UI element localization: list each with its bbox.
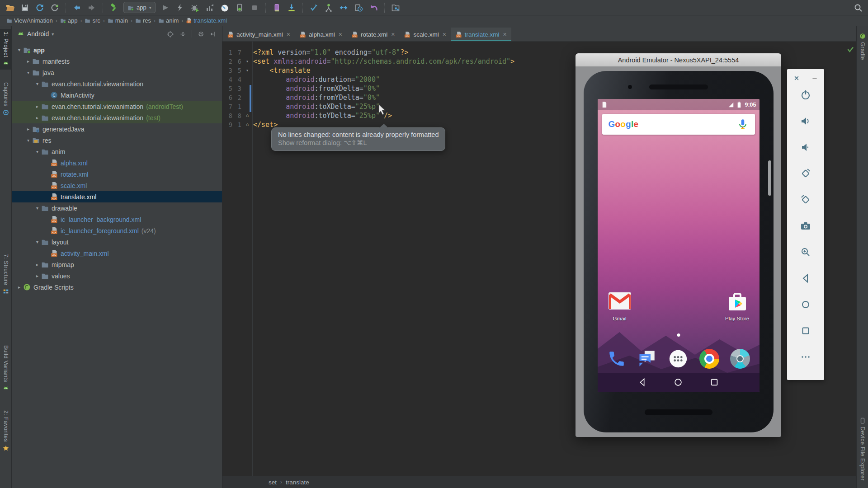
camera-app-icon[interactable] — [730, 348, 750, 369]
play-button[interactable] — [160, 2, 170, 13]
close-tab-icon[interactable]: × — [339, 31, 342, 38]
history-button[interactable] — [353, 2, 364, 13]
emulator-screenshot-button[interactable] — [799, 219, 812, 233]
tree-arrow-icon[interactable]: ▸ — [33, 262, 41, 267]
tree-arrow-icon[interactable]: ▾ — [33, 239, 41, 244]
rollback-button[interactable] — [368, 2, 379, 13]
tree-row[interactable]: ▾res — [12, 135, 222, 146]
tree-row[interactable]: ▾app — [12, 44, 222, 56]
tree-row[interactable]: <>ic_launcher_background.xml — [12, 214, 222, 225]
android-home-screen[interactable]: 9:05 Google GmailPlay Store — [598, 99, 760, 392]
tree-row[interactable]: <>alpha.xml — [12, 157, 222, 169]
emulator-home-button[interactable] — [799, 298, 812, 311]
tool-button-captures[interactable]: Captures — [0, 80, 12, 119]
emulator-volume-down-button[interactable] — [799, 141, 812, 154]
play-store-app-icon[interactable]: Play Store — [722, 291, 753, 321]
editor-tab-activity_main.xml[interactable]: <>activity_main.xml× — [222, 28, 295, 41]
emulator-rotate-left-button[interactable] — [799, 167, 812, 180]
run-device-button[interactable] — [234, 2, 245, 13]
breadcrumb-item[interactable]: app — [60, 17, 78, 24]
forward-button[interactable] — [86, 2, 97, 13]
breadcrumb-item[interactable]: ViewAnimation — [6, 17, 53, 24]
save-button[interactable] — [19, 2, 30, 13]
editor-breadcrumb-item[interactable]: translate — [286, 479, 309, 486]
editor-tab-rotate.xml[interactable]: <>rotate.xml× — [347, 28, 399, 41]
breadcrumb-item[interactable]: main — [108, 17, 128, 24]
tool-button-build-variants[interactable]: Build Variants — [0, 343, 12, 394]
tree-row[interactable]: ▾evan.chen.tutorial.viewanimation — [12, 78, 222, 89]
sync-button[interactable] — [49, 2, 60, 13]
editor-tab-scale.xml[interactable]: <>scale.xml× — [399, 28, 450, 41]
tree-row[interactable]: ▸generatedJava — [12, 123, 222, 135]
collapse-icon[interactable] — [179, 30, 187, 38]
vcs-update-button[interactable] — [308, 2, 319, 13]
stop-button[interactable] — [249, 2, 260, 13]
tree-row[interactable]: ▸evan.chen.tutorial.viewanimation(test) — [12, 112, 222, 123]
tree-row[interactable]: CMainActivity — [12, 89, 222, 101]
emulator-overview-button[interactable] — [799, 324, 812, 338]
back-button[interactable] — [71, 2, 82, 13]
tool-button-favorites[interactable]: 2: Favorites — [0, 408, 12, 454]
editor-tab-alpha.xml[interactable]: <>alpha.xml× — [295, 28, 347, 41]
emulator-zoom-in-button[interactable] — [799, 245, 812, 259]
tree-arrow-icon[interactable]: ▾ — [33, 149, 41, 154]
open-button[interactable] — [5, 2, 15, 13]
tree-arrow-icon[interactable]: ▾ — [33, 206, 41, 211]
project-view-selector[interactable]: Android — [27, 30, 49, 38]
fold-marker-icon[interactable]: ▾ — [241, 57, 253, 66]
gauge-button[interactable] — [219, 2, 230, 13]
hide-icon[interactable] — [210, 30, 217, 38]
emulator-volume-up-button[interactable] — [799, 114, 812, 128]
debug-button[interactable] — [189, 2, 200, 13]
microphone-icon[interactable] — [737, 118, 749, 130]
apps-app-icon[interactable] — [668, 348, 689, 369]
run-configuration-select[interactable]: app▾ — [123, 2, 156, 13]
refresh-button[interactable] — [34, 2, 45, 13]
emulator-back-button[interactable] — [799, 272, 812, 285]
breadcrumb-item[interactable]: anim — [158, 17, 179, 24]
tree-arrow-icon[interactable]: ▾ — [33, 81, 41, 86]
tree-row[interactable]: ▸manifests — [12, 56, 222, 67]
tree-row[interactable]: <>translate.xml — [12, 191, 222, 202]
fold-marker-icon[interactable]: ⌂ — [241, 120, 253, 129]
fold-marker-icon[interactable]: ▾ — [241, 66, 253, 75]
close-tab-icon[interactable]: × — [391, 31, 395, 38]
breadcrumb-item[interactable]: src — [85, 17, 100, 24]
tree-arrow-icon[interactable]: ▸ — [33, 115, 41, 120]
tree-row[interactable]: <>ic_launcher_foreground.xml(v24) — [12, 225, 222, 236]
tool-button-project[interactable]: 1: Project — [0, 29, 12, 70]
tree-row[interactable]: ▾anim — [12, 146, 222, 157]
tree-row[interactable]: <>scale.xml — [12, 180, 222, 191]
emulator-more-button[interactable] — [799, 350, 812, 364]
emulator-rotate-right-button[interactable] — [799, 193, 812, 206]
vcs-compress-button[interactable] — [338, 2, 349, 13]
scrollbar[interactable] — [768, 160, 771, 196]
tree-row[interactable]: ▾java — [12, 67, 222, 78]
locate-icon[interactable] — [166, 30, 174, 38]
tool-button-device-file-explorer[interactable]: Device File Explorer — [857, 414, 868, 483]
tree-row[interactable]: ▸mipmap — [12, 259, 222, 270]
tree-row[interactable]: ▾drawable — [12, 202, 222, 214]
tree-row[interactable]: ▸evan.chen.tutorial.viewanimation(androi… — [12, 101, 222, 112]
profile-button[interactable] — [204, 2, 215, 13]
breadcrumb-item[interactable]: res — [135, 17, 151, 24]
hammer-button[interactable] — [108, 2, 119, 13]
tool-button-structure[interactable]: 7: Structure — [0, 251, 12, 297]
vcs-share-button[interactable] — [323, 2, 334, 13]
search-button[interactable] — [853, 2, 863, 13]
tree-arrow-icon[interactable]: ▸ — [33, 104, 41, 109]
tree-arrow-icon[interactable]: ▸ — [24, 59, 32, 64]
close-tab-icon[interactable]: × — [287, 31, 290, 38]
nav-home-button[interactable] — [673, 377, 684, 388]
emulator-minimize-button[interactable] — [810, 74, 819, 83]
breadcrumb-item[interactable]: <>translate.xml — [186, 17, 227, 24]
gmail-app-icon[interactable]: Gmail — [604, 291, 636, 321]
fold-marker-icon[interactable]: ⌂ — [241, 111, 253, 120]
close-tab-icon[interactable]: × — [503, 31, 506, 38]
chrome-app-icon[interactable] — [699, 348, 720, 369]
tree-arrow-icon[interactable]: ▸ — [33, 273, 41, 278]
google-search-bar[interactable]: Google — [602, 114, 755, 135]
tree-row[interactable]: ▸values — [12, 270, 222, 282]
tree-arrow-icon[interactable]: ▾ — [24, 70, 32, 75]
structure-button[interactable] — [390, 2, 401, 13]
